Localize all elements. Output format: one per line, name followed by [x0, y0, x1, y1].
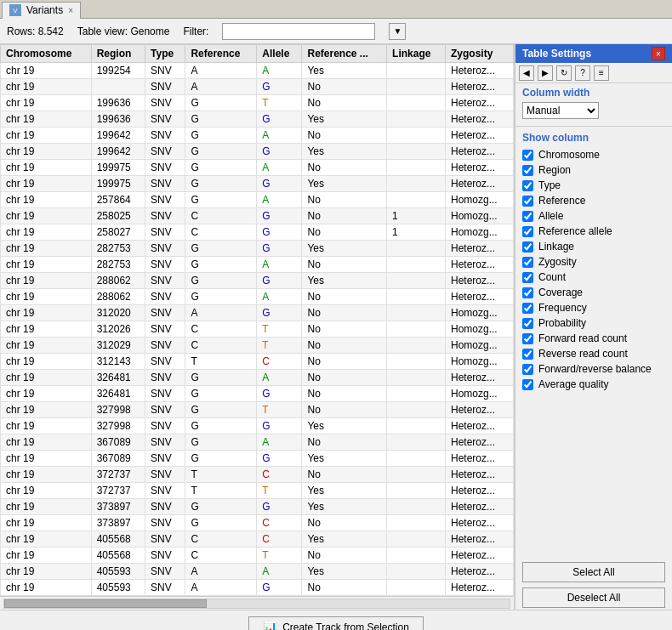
checkbox-item-reverse-read-count[interactable]: Reverse read count: [515, 346, 672, 361]
table-row[interactable]: chr 19282753SNVGANoHeteroz...: [1, 257, 514, 273]
checkbox-item-forward-read-count[interactable]: Forward read count: [515, 331, 672, 346]
table-row[interactable]: chr 19288062SNVGANoHeteroz...: [1, 289, 514, 305]
table-cell: chr 19: [1, 241, 92, 257]
table-row[interactable]: chr 19258027SNVCGNo1Homozg...: [1, 224, 514, 241]
table-row[interactable]: chr 19405593SNVAGNoHeteroz...: [1, 580, 514, 596]
settings-forward-btn[interactable]: ▶: [538, 65, 553, 81]
table-row[interactable]: chr 19373897SNVGGYesHeteroz...: [1, 499, 514, 515]
table-row[interactable]: chr 19326481SNVGANoHeteroz...: [1, 370, 514, 386]
settings-refresh-btn[interactable]: ↻: [556, 65, 572, 81]
table-row[interactable]: chr 19405568SNVCCYesHeteroz...: [1, 531, 514, 548]
table-row[interactable]: chr 19312026SNVCTNoHomozg...: [1, 321, 514, 338]
table-row[interactable]: chr 19312020SNVAGNoHomozg...: [1, 305, 514, 321]
table-row[interactable]: chr 19199636SNVGGYesHeteroz...: [1, 111, 514, 128]
table-row[interactable]: chr 19312029SNVCTNoHomozg...: [1, 338, 514, 354]
table-row[interactable]: chr 19199254SNVAAYesHeteroz...: [1, 63, 514, 79]
table-row[interactable]: chr 19326481SNVGGNoHomozg...: [1, 386, 514, 402]
filter-dropdown-btn[interactable]: ▼: [389, 23, 406, 40]
checkbox-item-average-quality[interactable]: Average quality: [515, 377, 672, 392]
checkbox-zygosity[interactable]: [522, 257, 533, 268]
checkbox-forward/reverse-balance[interactable]: [522, 364, 533, 375]
checkbox-coverage[interactable]: [522, 287, 533, 298]
checkbox-type[interactable]: [522, 180, 533, 191]
table-row[interactable]: chr 19373897SNVGCNoHeteroz...: [1, 515, 514, 531]
checkbox-item-forward/reverse-balance[interactable]: Forward/reverse balance: [515, 361, 672, 377]
checkbox-item-type[interactable]: Type: [515, 178, 672, 193]
table-cell: Yes: [302, 63, 387, 79]
column-width-select[interactable]: Manual Auto Fixed: [522, 102, 599, 119]
table-row[interactable]: chr 19257864SNVGANoHomozg...: [1, 192, 514, 208]
settings-menu-btn[interactable]: ≡: [594, 65, 609, 81]
table-row[interactable]: chr 19372737SNVTCNoHeteroz...: [1, 467, 514, 483]
checkbox-item-region[interactable]: Region: [515, 162, 672, 178]
checkbox-reference-allele[interactable]: [522, 226, 533, 237]
table-cell: Yes: [302, 144, 387, 160]
scrollbar-track[interactable]: [3, 599, 510, 609]
checkbox-region[interactable]: [522, 165, 533, 176]
checkbox-item-coverage[interactable]: Coverage: [515, 285, 672, 300]
checkbox-probability[interactable]: [522, 318, 533, 329]
checkbox-allele[interactable]: [522, 211, 533, 222]
col-header-reference[interactable]: Reference: [185, 45, 257, 63]
table-row[interactable]: chr 19199636SNVGTNoHeteroz...: [1, 95, 514, 111]
col-header-type[interactable]: Type: [145, 45, 185, 63]
table-row[interactable]: chr 19405568SNVCTNoHeteroz...: [1, 548, 514, 564]
checkbox-forward-read-count[interactable]: [522, 333, 533, 344]
table-row[interactable]: chr 19199975SNVGANoHeteroz...: [1, 160, 514, 176]
table-row[interactable]: chr 19327998SNVGTNoHeteroz...: [1, 402, 514, 418]
table-row[interactable]: chr 19258025SNVCGNo1Homozg...: [1, 208, 514, 224]
select-all-btn[interactable]: Select All: [522, 562, 665, 582]
checkbox-item-chromosome[interactable]: Chromosome: [515, 147, 672, 162]
checkbox-item-count[interactable]: Count: [515, 270, 672, 285]
table-row[interactable]: chr 19405593SNVAAYesHeteroz...: [1, 564, 514, 580]
col-header-linkage[interactable]: Linkage: [387, 45, 446, 63]
table-row[interactable]: chr 19372737SNVTTYesHeteroz...: [1, 483, 514, 499]
table-row[interactable]: chr 19312143SNVTCNoHomozg...: [1, 354, 514, 370]
checkbox-item-allele[interactable]: Allele: [515, 208, 672, 224]
col-header-ref-allele[interactable]: Reference ...: [302, 45, 387, 63]
table-row[interactable]: chr 19199975SNVGGYesHeteroz...: [1, 176, 514, 192]
variants-tab[interactable]: V Variants ×: [2, 2, 81, 19]
table-row[interactable]: chr 19288062SNVGGYesHeteroz...: [1, 273, 514, 289]
scrollbar-thumb[interactable]: [4, 599, 207, 608]
checkbox-reference[interactable]: [522, 196, 533, 207]
checkbox-item-linkage[interactable]: Linkage: [515, 239, 672, 254]
settings-back-btn[interactable]: ◀: [519, 65, 534, 81]
checkbox-chromosome[interactable]: [522, 150, 533, 161]
table-cell: [387, 160, 446, 176]
checkbox-frequency[interactable]: [522, 303, 533, 314]
checkbox-item-frequency[interactable]: Frequency: [515, 300, 672, 315]
col-header-chromosome[interactable]: Chromosome: [1, 45, 92, 63]
checkbox-item-probability[interactable]: Probability: [515, 315, 672, 331]
settings-help-btn[interactable]: ?: [575, 65, 590, 81]
table-row[interactable]: chr 19199642SNVGGYesHeteroz...: [1, 144, 514, 160]
table-cell: Heteroz...: [446, 63, 514, 79]
table-scroll[interactable]: Chromosome Region Type Reference Allele …: [0, 44, 514, 596]
horizontal-scrollbar[interactable]: [0, 596, 514, 610]
table-row[interactable]: chr 19SNVAGNoHeteroz...: [1, 79, 514, 95]
settings-close-btn[interactable]: ×: [652, 47, 665, 60]
table-cell: chr 19: [1, 208, 92, 224]
table-row[interactable]: chr 19199642SNVGANoHeteroz...: [1, 128, 514, 144]
table-cell: G: [185, 111, 257, 128]
col-header-region[interactable]: Region: [91, 45, 145, 63]
create-track-btn[interactable]: 📊 Create Track from Selection: [248, 616, 424, 631]
col-header-zygosity[interactable]: Zygosity: [446, 45, 514, 63]
col-header-allele[interactable]: Allele: [257, 45, 302, 63]
table-row[interactable]: chr 19367089SNVGANoHeteroz...: [1, 434, 514, 451]
checkbox-count[interactable]: [522, 272, 533, 283]
checkbox-item-reference-allele[interactable]: Reference allele: [515, 224, 672, 239]
table-row[interactable]: chr 19282753SNVGGYesHeteroz...: [1, 241, 514, 257]
tab-close-btn[interactable]: ×: [68, 6, 73, 15]
table-row[interactable]: chr 19327998SNVGGYesHeteroz...: [1, 418, 514, 434]
filter-input[interactable]: [222, 23, 375, 40]
checkbox-item-reference[interactable]: Reference: [515, 193, 672, 208]
checkbox-item-zygosity[interactable]: Zygosity: [515, 254, 672, 270]
checkbox-average-quality[interactable]: [522, 379, 533, 390]
table-cell: G: [257, 208, 302, 224]
table-area: Chromosome Region Type Reference Allele …: [0, 44, 515, 610]
checkbox-linkage[interactable]: [522, 241, 533, 253]
checkbox-reverse-read-count[interactable]: [522, 349, 533, 360]
table-row[interactable]: chr 19367089SNVGGYesHeteroz...: [1, 451, 514, 467]
deselect-all-btn[interactable]: Deselect All: [522, 587, 665, 608]
